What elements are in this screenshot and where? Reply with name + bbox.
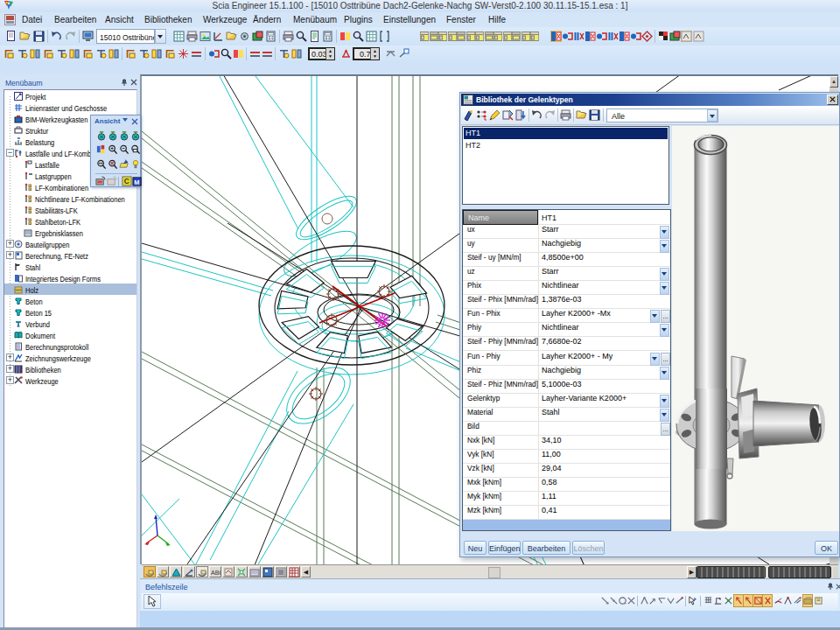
svg-text:ABC: ABC bbox=[211, 570, 220, 576]
svg-text:M: M bbox=[134, 178, 139, 186]
svg-text:C: C bbox=[124, 177, 130, 186]
